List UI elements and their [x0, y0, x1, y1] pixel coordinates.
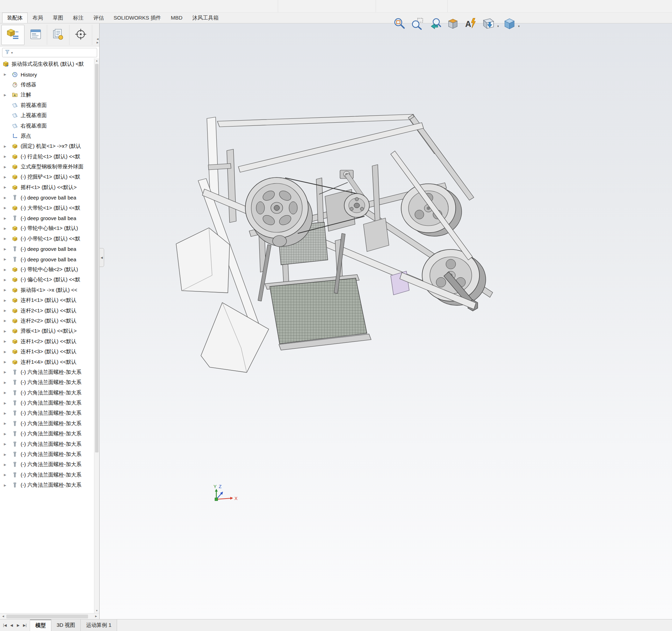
section-view-icon[interactable]: [445, 16, 461, 32]
tree-item[interactable]: ▶(-) 偏心轮<1> (默认) <<默: [0, 275, 99, 285]
graphics-viewport[interactable]: Y Z X: [100, 23, 672, 619]
tree-item[interactable]: ▶连杆1<1> (默认) <<默认: [0, 295, 99, 305]
model-shovels[interactable]: [176, 228, 269, 372]
commandmanager-tab[interactable]: 标注: [68, 13, 88, 23]
tree-item[interactable]: ▶(-) 六角法兰面螺栓-加大系: [0, 470, 99, 480]
expand-arrow-icon[interactable]: ▶: [3, 329, 12, 333]
tree-item[interactable]: ▶摇杆<1> (默认) <<默认>: [0, 182, 99, 193]
commandmanager-tab[interactable]: 沐风工具箱: [187, 13, 223, 23]
doc-tab-nav-0[interactable]: |◀: [2, 623, 8, 627]
expand-arrow-icon[interactable]: ▶: [3, 145, 12, 148]
tree-item[interactable]: ▶(-) 小带轮<1> (默认) <<默: [0, 234, 99, 244]
previous-view-icon[interactable]: [427, 16, 443, 32]
tree-item[interactable]: ▶(-) 六角法兰面螺栓-加大系: [0, 429, 99, 439]
panel-tab-dimxpertmanager[interactable]: [70, 25, 92, 45]
expand-arrow-icon[interactable]: ▶: [3, 391, 12, 394]
expand-arrow-icon[interactable]: ▶: [3, 93, 12, 97]
tree-item[interactable]: ▶(-) deep groove ball bea: [0, 213, 99, 223]
tree-item[interactable]: ▶(-) 六角法兰面螺栓-加大系: [0, 480, 99, 490]
expand-arrow-icon[interactable]: ▶: [3, 299, 12, 302]
annotations-icon[interactable]: A: [463, 16, 479, 32]
tree-item[interactable]: 前视基准面: [0, 100, 99, 110]
expand-arrow-icon[interactable]: ▶: [3, 412, 12, 415]
vertical-scroll-thumb[interactable]: [95, 64, 99, 452]
expand-arrow-icon[interactable]: ▶: [3, 381, 12, 384]
commandmanager-tab[interactable]: 草图: [48, 13, 68, 23]
expand-arrow-icon[interactable]: ▶: [3, 217, 12, 220]
expand-arrow-icon[interactable]: ▶: [3, 258, 12, 261]
tree-item[interactable]: ▶连杆2<2> (默认) <<默认: [0, 316, 99, 326]
expand-arrow-icon[interactable]: ▶: [3, 227, 12, 230]
tree-horizontal-scrollbar[interactable]: ◀ ▶: [0, 613, 99, 619]
panel-tab-propertymanager[interactable]: [24, 25, 47, 45]
tree-item[interactable]: ▶(-) 六角法兰面螺栓-加大系: [0, 439, 99, 449]
tree-item[interactable]: ▶(-) deep groove ball bea: [0, 193, 99, 203]
tree-item[interactable]: ▶连杆2<1> (默认) <<默认: [0, 305, 99, 316]
doc-tab-nav-2[interactable]: ▶: [15, 623, 21, 627]
expand-arrow-icon[interactable]: ▶: [3, 186, 12, 189]
expand-arrow-icon[interactable]: ▶: [3, 350, 12, 354]
zoom-fit-icon[interactable]: [391, 16, 407, 32]
tree-item[interactable]: ▶(-) 大带轮<1> (默认) <<默: [0, 203, 99, 213]
tree-item[interactable]: ▶(-) deep groove ball bea: [0, 254, 99, 264]
tree-item[interactable]: ▶(-) 六角法兰面螺栓-加大系: [0, 419, 99, 429]
expand-arrow-icon[interactable]: ▶: [3, 473, 12, 477]
tree-vertical-scrollbar[interactable]: ▲ ▼: [94, 58, 99, 613]
tree-item[interactable]: ▶(-) 带轮中心轴<2> (默认): [0, 264, 99, 275]
assembly-model[interactable]: [100, 23, 672, 619]
tree-item[interactable]: ▶(-) 六角法兰面螺栓-加大系: [0, 367, 99, 377]
tree-item[interactable]: 上视基准面: [0, 110, 99, 121]
tree-item[interactable]: 原点: [0, 131, 99, 141]
expand-arrow-icon[interactable]: ▶: [3, 370, 12, 374]
filter-dropdown-caret[interactable]: ▾: [11, 51, 13, 55]
expand-arrow-icon[interactable]: ▶: [3, 278, 12, 282]
tree-item[interactable]: ▶(-) 挖掘铲<1> (默认) <<默: [0, 172, 99, 182]
commandmanager-tab[interactable]: 评估: [88, 13, 109, 23]
tree-item[interactable]: ▶(-) 六角法兰面螺栓-加大系: [0, 377, 99, 387]
expand-arrow-icon[interactable]: ▶: [3, 206, 12, 210]
tree-item[interactable]: ▶A注解: [0, 90, 99, 100]
horizontal-scroll-thumb[interactable]: [6, 615, 88, 618]
commandmanager-tab[interactable]: 装配体: [2, 13, 28, 23]
tree-item[interactable]: ▶(固定) 机架<1> ->x? (默认: [0, 141, 99, 151]
panel-tab-scroll-left-icon[interactable]: ◀: [97, 38, 99, 41]
tree-item[interactable]: 振动筛式花生收获机 (默认) <默: [0, 59, 99, 69]
tree-item[interactable]: ▶(-) 六角法兰面螺栓-加大系: [0, 388, 99, 398]
expand-arrow-icon[interactable]: ▶: [3, 247, 12, 251]
panel-tab-scroll-right-icon[interactable]: ▶: [97, 41, 99, 44]
apply-scene-dropdown-caret[interactable]: ▾: [497, 24, 499, 28]
expand-arrow-icon[interactable]: ▶: [3, 484, 12, 487]
scroll-down-icon[interactable]: ▼: [94, 608, 99, 613]
commandmanager-tab[interactable]: 布局: [28, 13, 48, 23]
model-ground-wheel-lower[interactable]: [422, 249, 486, 311]
tree-item[interactable]: ▶连杆1<3> (默认) <<默认: [0, 347, 99, 357]
expand-arrow-icon[interactable]: ▶: [3, 73, 12, 76]
tree-item[interactable]: ▶振动筛<1> ->x (默认) <<: [0, 285, 99, 295]
panel-tab-configurationmanager[interactable]: [47, 25, 70, 45]
expand-arrow-icon[interactable]: ▶: [3, 360, 12, 364]
apply-scene-icon[interactable]: [480, 16, 497, 32]
expand-arrow-icon[interactable]: ▶: [3, 442, 12, 446]
view-orientation-dropdown-caret[interactable]: ▾: [518, 24, 520, 28]
doc-tab-nav-1[interactable]: ◀: [9, 623, 14, 627]
tree-item[interactable]: ▶(-) 六角法兰面螺栓-加大系: [0, 398, 99, 408]
expand-arrow-icon[interactable]: ▶: [3, 453, 12, 456]
filter-funnel-icon[interactable]: [5, 49, 10, 56]
tree-item[interactable]: ▶(-) 带轮中心轴<1> (默认): [0, 223, 99, 233]
expand-arrow-icon[interactable]: ▶: [3, 340, 12, 343]
scroll-up-icon[interactable]: ▲: [94, 58, 99, 63]
expand-arrow-icon[interactable]: ▶: [3, 463, 12, 466]
tree-item[interactable]: ▶(-) 六角法兰面螺栓-加大系: [0, 459, 99, 470]
zoom-area-icon[interactable]: [409, 16, 425, 32]
document-tab[interactable]: 3D 视图: [51, 619, 81, 631]
panel-collapse-button[interactable]: ◀: [100, 248, 104, 267]
panel-tab-featuremanager[interactable]: [1, 25, 24, 45]
tree-item[interactable]: ▶(-) 六角法兰面螺栓-加大系: [0, 449, 99, 459]
document-tab[interactable]: 运动算例 1: [81, 619, 117, 631]
expand-arrow-icon[interactable]: ▶: [3, 432, 12, 436]
document-tab[interactable]: 模型: [30, 619, 51, 631]
tree-item[interactable]: ▶立式座型钢板制带座外球面: [0, 162, 99, 172]
scroll-left-icon[interactable]: ◀: [1, 615, 6, 618]
model-large-pulley[interactable]: [245, 177, 312, 247]
tree-item[interactable]: ▶连杆1<4> (默认) <<默认: [0, 357, 99, 367]
